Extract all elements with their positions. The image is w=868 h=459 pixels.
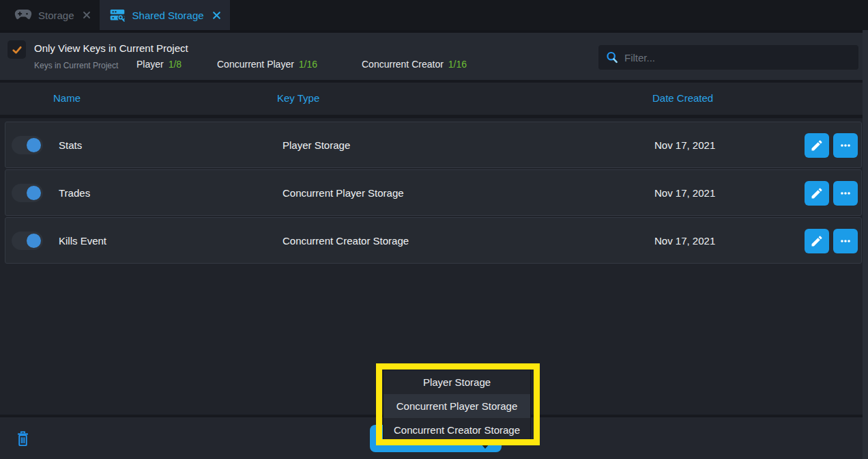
table-row: Stats Player Storage Nov 17, 2021 (5, 122, 862, 168)
menu-item-player-storage[interactable]: Player Storage (384, 370, 530, 394)
tab-bar: Storage Shared Storage (0, 0, 868, 30)
header-band: Only View Keys in Current Project Keys i… (0, 33, 868, 80)
menu-item-concurrent-creator-storage[interactable]: Concurrent Creator Storage (384, 418, 530, 442)
row-enabled-toggle[interactable] (12, 184, 43, 202)
concurrent-player-quota-value: 1/16 (299, 59, 317, 70)
toggle-knob (27, 138, 41, 152)
filter-input[interactable] (624, 52, 852, 64)
row-enabled-toggle[interactable] (12, 232, 43, 250)
row-enabled-toggle[interactable] (12, 136, 43, 154)
row-name: Trades (59, 170, 90, 215)
row-date-created: Nov 17, 2021 (654, 218, 715, 263)
player-quota-value: 1/8 (169, 59, 182, 70)
column-header-key-type[interactable]: Key Type (277, 92, 319, 104)
more-actions-button[interactable] (833, 133, 858, 158)
edit-key-button[interactable] (805, 133, 829, 158)
more-actions-button[interactable] (833, 229, 858, 253)
concurrent-creator-quota: Concurrent Creator1/16 (362, 59, 467, 70)
table-row: Trades Concurrent Player Storage Nov 17,… (5, 169, 862, 216)
row-date-created: Nov 17, 2021 (654, 170, 715, 215)
search-icon (605, 51, 619, 64)
more-actions-button[interactable] (833, 181, 858, 206)
scrollbar-track[interactable] (863, 30, 868, 459)
row-key-type: Player Storage (283, 122, 350, 167)
row-name: Stats (59, 122, 82, 167)
checkmark-icon (11, 44, 23, 56)
edit-key-button[interactable] (805, 229, 829, 253)
divider (0, 115, 868, 118)
player-quota: Player1/8 (136, 59, 182, 70)
trash-icon (16, 430, 30, 447)
chevron-down-icon (480, 443, 490, 449)
pencil-icon (810, 234, 824, 248)
shared-storage-icon (108, 6, 126, 24)
toggle-knob (27, 234, 41, 248)
ellipsis-icon (838, 186, 853, 201)
shared-storage-window: Storage Shared Storage (0, 0, 868, 459)
tab-storage-close-icon[interactable] (83, 11, 91, 19)
row-key-type: Concurrent Player Storage (283, 170, 404, 215)
row-key-type: Concurrent Creator Storage (283, 218, 409, 263)
tab-storage-label: Storage (38, 10, 74, 21)
toggle-knob (27, 186, 41, 200)
pencil-icon (810, 186, 824, 200)
keys-in-project-label: Keys in Current Project (34, 61, 118, 70)
gamepad-icon (14, 8, 32, 22)
table-row: Kills Event Concurrent Creator Storage N… (5, 217, 862, 264)
row-name: Kills Event (59, 218, 106, 263)
column-header-name[interactable]: Name (53, 92, 81, 104)
header-title: Only View Keys in Current Project (34, 42, 188, 54)
tab-shared-storage-close-icon[interactable] (212, 11, 221, 20)
key-type-dropdown-menu: Player Storage Concurrent Player Storage… (383, 370, 531, 443)
ellipsis-icon (838, 138, 853, 153)
row-date-created: Nov 17, 2021 (654, 122, 715, 167)
edit-key-button[interactable] (805, 181, 829, 206)
concurrent-creator-quota-value: 1/16 (448, 59, 467, 70)
pencil-icon (810, 139, 824, 152)
tab-shared-storage-label: Shared Storage (132, 10, 204, 21)
table-header: Name Key Type Date Created (0, 83, 868, 115)
delete-key-button[interactable] (14, 428, 31, 449)
tab-shared-storage[interactable]: Shared Storage (100, 0, 230, 30)
ellipsis-icon (838, 234, 853, 249)
tab-storage[interactable]: Storage (5, 0, 100, 30)
filter-box (598, 45, 858, 70)
menu-item-concurrent-player-storage[interactable]: Concurrent Player Storage (384, 394, 530, 418)
only-view-keys-checkbox[interactable] (8, 40, 26, 59)
concurrent-player-quota: Concurrent Player1/16 (217, 59, 317, 70)
column-header-date-created[interactable]: Date Created (652, 92, 713, 104)
